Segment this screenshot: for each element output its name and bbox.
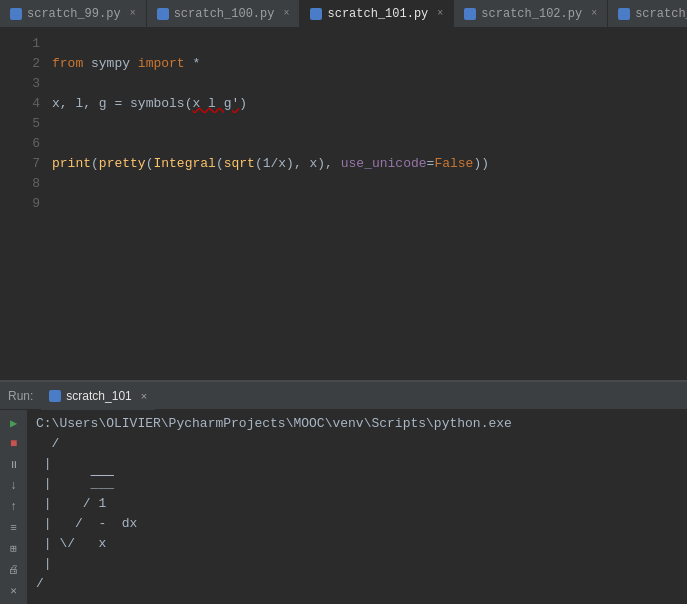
tab-close-scratch102[interactable]: × xyxy=(591,8,597,19)
code-args: (1/x), x), xyxy=(255,154,341,174)
run-tab-label: scratch_101 xyxy=(66,389,131,403)
code-line-9 xyxy=(48,194,687,214)
line-num-5: 5 xyxy=(0,114,40,134)
close-output-btn[interactable]: ✕ xyxy=(4,581,24,600)
overline-span: ___ xyxy=(91,476,114,491)
line-numbers: 1 2 3 4 5 6 7 8 9 xyxy=(0,28,48,380)
run-tab-close[interactable]: × xyxy=(141,390,147,402)
code-line-8 xyxy=(48,174,687,194)
code-vars: x, l, g xyxy=(52,94,114,114)
run-btn[interactable]: ▶ xyxy=(4,414,24,433)
tab-close-scratch99[interactable]: × xyxy=(130,8,136,19)
keyword-from: from xyxy=(52,54,83,74)
code-line-6 xyxy=(48,134,687,154)
bottom-panel: Run: scratch_101 × ▶ ■ ⏸ ↓ ↑ ≡ ⊞ 🖨 ✕ C:\… xyxy=(0,380,687,604)
output-line-6: | \/ x xyxy=(36,534,679,554)
tab-icon-scratch101 xyxy=(310,8,322,20)
tab-scratch100[interactable]: scratch_100.py × xyxy=(147,0,301,27)
run-toolbar: ▶ ■ ⏸ ↓ ↑ ≡ ⊞ 🖨 ✕ xyxy=(0,410,28,604)
tab-icon-scratch103 xyxy=(618,8,630,20)
code-use-unicode: use_unicode xyxy=(341,154,427,174)
tab-scratch99[interactable]: scratch_99.py × xyxy=(0,0,147,27)
tab-close-scratch100[interactable]: × xyxy=(283,8,289,19)
line-num-3: 3 xyxy=(0,74,40,94)
tab-bar: scratch_99.py × scratch_100.py × scratch… xyxy=(0,0,687,28)
pause-btn[interactable]: ⏸ xyxy=(4,456,24,475)
settings-btn[interactable]: ⊞ xyxy=(4,539,24,558)
code-line-2: from sympy import * xyxy=(48,54,687,74)
code-paren3: ( xyxy=(216,154,224,174)
tab-label-scratch99: scratch_99.py xyxy=(27,7,121,21)
tab-icon-scratch102 xyxy=(464,8,476,20)
code-line-7: print ( pretty ( Integral ( sqrt (1/x), … xyxy=(48,154,687,174)
tab-icon-scratch99 xyxy=(10,8,22,20)
output-line-1: / xyxy=(36,434,679,454)
code-pretty: pretty xyxy=(99,154,146,174)
line-num-4: 4 xyxy=(0,94,40,114)
code-equals: = xyxy=(114,94,130,114)
run-label: Run: xyxy=(8,389,33,403)
run-output: C:\Users\OLIVIER\PycharmProjects\MOOC\ve… xyxy=(28,410,687,604)
code-paren2: ( xyxy=(146,154,154,174)
scroll-down-btn[interactable]: ↓ xyxy=(4,477,24,496)
editor-area: 1 2 3 4 5 6 7 8 9 from sympy import * x,… xyxy=(0,28,687,380)
output-line-3: | ___ xyxy=(36,474,679,494)
tab-label-scratch103: scratch_103.py xyxy=(635,7,687,21)
run-content: ▶ ■ ⏸ ↓ ↑ ≡ ⊞ 🖨 ✕ C:\Users\OLIVIER\Pycha… xyxy=(0,410,687,604)
code-editor[interactable]: from sympy import * x, l, g = symbols( x… xyxy=(48,28,687,380)
tab-scratch103[interactable]: scratch_103.py × xyxy=(608,0,687,27)
code-line-5 xyxy=(48,114,687,134)
output-line-5: | / - dx xyxy=(36,514,679,534)
line-num-7: 7 xyxy=(0,154,40,174)
tab-label-scratch102: scratch_102.py xyxy=(481,7,582,21)
output-path: C:\Users\OLIVIER\PycharmProjects\MOOC\ve… xyxy=(36,414,679,434)
code-integral: Integral xyxy=(153,154,215,174)
code-text: * xyxy=(185,54,201,74)
output-line-7: | xyxy=(36,554,679,574)
code-symbols-fn: symbols( xyxy=(130,94,192,114)
code-line-4: x, l, g = symbols( x l g' ) xyxy=(48,94,687,114)
run-tab-bar: Run: scratch_101 × xyxy=(0,382,687,410)
tab-icon-scratch100 xyxy=(157,8,169,20)
code-text: sympy xyxy=(83,54,138,74)
tab-label-scratch100: scratch_100.py xyxy=(174,7,275,21)
code-paren-close: ) xyxy=(239,94,247,114)
code-line-1 xyxy=(48,34,687,54)
line-num-1: 1 xyxy=(0,34,40,54)
tab-scratch102[interactable]: scratch_102.py × xyxy=(454,0,608,27)
code-sqrt: sqrt xyxy=(224,154,255,174)
code-paren: ( xyxy=(91,154,99,174)
code-eq: = xyxy=(427,154,435,174)
code-symbols-arg: x l g' xyxy=(192,94,239,114)
line-num-9: 9 xyxy=(0,194,40,214)
tab-label-scratch101: scratch_101.py xyxy=(327,7,428,21)
tab-scratch101[interactable]: scratch_101.py × xyxy=(300,0,454,27)
code-close-parens: )) xyxy=(473,154,489,174)
line-num-2: 2 xyxy=(0,54,40,74)
stop-btn[interactable]: ■ xyxy=(4,435,24,454)
run-tab-icon xyxy=(49,390,61,402)
output-line-2: | xyxy=(36,454,679,474)
format-btn[interactable]: ≡ xyxy=(4,518,24,537)
run-tab-scratch101[interactable]: scratch_101 × xyxy=(41,382,155,410)
code-print: print xyxy=(52,154,91,174)
tab-close-scratch101[interactable]: × xyxy=(437,8,443,19)
scroll-up-btn[interactable]: ↑ xyxy=(4,498,24,517)
print-btn[interactable]: 🖨 xyxy=(4,560,24,579)
line-num-6: 6 xyxy=(0,134,40,154)
keyword-import: import xyxy=(138,54,185,74)
code-false: False xyxy=(434,154,473,174)
line-num-8: 8 xyxy=(0,174,40,194)
code-line-3 xyxy=(48,74,687,94)
output-line-8: / xyxy=(36,574,679,594)
output-line-4: | / 1 xyxy=(36,494,679,514)
